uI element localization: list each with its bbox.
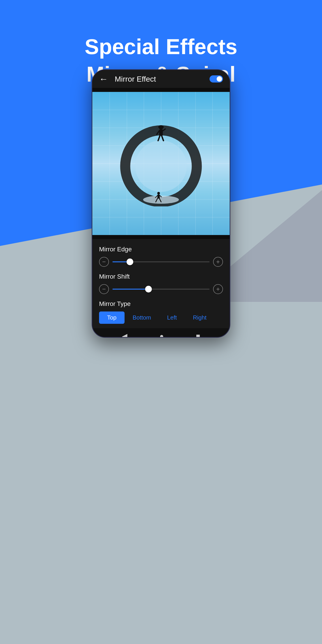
mirror-type-top[interactable]: Top — [99, 312, 124, 324]
controls-area: Mirror Edge − + Mirror Shift − + Mirror … — [92, 239, 230, 328]
mirror-edge-minus[interactable]: − — [99, 257, 109, 267]
phone-mockup: ← Mirror Effect — [92, 69, 230, 338]
mirror-type-bottom[interactable]: Bottom — [124, 312, 159, 324]
mirror-shift-label: Mirror Shift — [99, 273, 223, 280]
mirror-shift-minus[interactable]: − — [99, 284, 109, 294]
svg-line-7 — [162, 136, 164, 141]
mirror-edge-track[interactable] — [112, 262, 210, 262]
svg-rect-11 — [158, 194, 160, 198]
effect-toggle[interactable] — [210, 75, 223, 82]
mirror-shift-fill — [112, 289, 148, 290]
header-line1: Special Effects — [22, 33, 300, 60]
svg-point-1 — [135, 140, 187, 192]
mirror-edge-slider-row: − + — [99, 257, 223, 267]
black-bar-bottom — [92, 235, 230, 239]
image-preview — [92, 92, 230, 235]
mirror-edge-label: Mirror Edge — [99, 246, 223, 253]
mirror-shift-slider-row: − + — [99, 284, 223, 294]
mirror-shift-thumb[interactable] — [145, 286, 152, 292]
mirror-edge-plus[interactable]: + — [213, 257, 223, 267]
mirror-type-left[interactable]: Left — [159, 312, 185, 324]
screen-title: Mirror Effect — [115, 75, 156, 84]
phone-nav-bar: ◀ ● ■ — [92, 328, 230, 338]
mirror-edge-thumb[interactable] — [126, 258, 133, 265]
spiral-ring — [116, 117, 206, 206]
svg-line-6 — [158, 136, 160, 141]
mirror-type-right[interactable]: Right — [185, 312, 215, 324]
svg-point-10 — [157, 192, 160, 194]
mirror-shift-track[interactable] — [112, 289, 210, 290]
phone-top-bar: ← Mirror Effect — [92, 70, 230, 88]
mirror-type-buttons: Top Bottom Left Right — [99, 312, 223, 324]
mirror-type-label: Mirror Type — [99, 300, 223, 308]
mirror-shift-plus[interactable]: + — [213, 284, 223, 294]
nav-recents-icon[interactable]: ■ — [196, 332, 200, 338]
nav-home-icon[interactable]: ● — [160, 332, 164, 338]
nav-back-icon[interactable]: ◀ — [122, 332, 128, 338]
black-bar-top — [92, 88, 230, 92]
back-button[interactable]: ← — [99, 74, 108, 84]
svg-point-4 — [158, 125, 164, 129]
svg-rect-5 — [159, 130, 163, 136]
